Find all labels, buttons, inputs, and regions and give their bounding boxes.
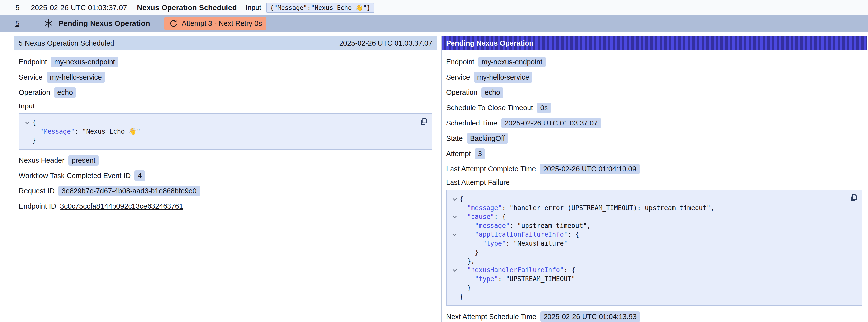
code-line: } bbox=[450, 283, 857, 292]
pending-panel-title: Pending Nexus Operation bbox=[446, 39, 534, 47]
code-line: { bbox=[23, 118, 427, 127]
scheduled-fields-top: Endpoint my-nexus-endpoint Service my-he… bbox=[19, 56, 432, 98]
code-line: "cause": { bbox=[450, 212, 857, 221]
next-attempt-field-row: Next Attempt Schedule Time 2025-02-26 UT… bbox=[446, 311, 862, 322]
code-text: "Message": "Nexus Echo 👋" bbox=[32, 128, 141, 135]
pending-asterisk-icon bbox=[44, 19, 53, 28]
field-value: my-hello-service bbox=[474, 72, 532, 83]
field-value: 2025-02-26 UTC 01:04:10.09 bbox=[540, 164, 639, 174]
field-label: State bbox=[446, 134, 463, 142]
field-value: 2025-02-26 UTC 01:04:13.93 bbox=[540, 312, 640, 322]
event-row-pending[interactable]: 5 Pending Nexus Operation Attempt 3 · Ne… bbox=[0, 15, 868, 32]
input-section-label: Input bbox=[19, 102, 432, 110]
code-line: "message": "upstream timeout", bbox=[450, 221, 857, 230]
retry-badge-text: Attempt 3 · Next Retry 0s bbox=[182, 20, 262, 28]
field-label: Scheduled Time bbox=[446, 119, 497, 127]
code-text: }, bbox=[459, 257, 475, 265]
code-line: "Message": "Nexus Echo 👋" bbox=[23, 127, 427, 136]
field-value[interactable]: 3c0c75ccfa8144b092c13ce632463761 bbox=[60, 202, 183, 210]
field-row: Attempt 3 bbox=[446, 148, 862, 159]
event-title: Nexus Operation Scheduled bbox=[137, 3, 237, 12]
field-label: Operation bbox=[446, 89, 477, 97]
field-value: 3e829b7e-7d67-4b08-aad3-b1e868bfe9e0 bbox=[59, 186, 200, 196]
collapse-chevron-icon[interactable] bbox=[23, 121, 32, 124]
detail-panels: 5 Nexus Operation Scheduled 2025-02-26 U… bbox=[14, 36, 867, 322]
field-row: Workflow Task Completed Event ID 4 bbox=[19, 170, 432, 181]
pending-panel-header: Pending Nexus Operation bbox=[442, 36, 867, 50]
input-preview-chip[interactable]: {"Message":"Nexus Echo 👋"} bbox=[267, 3, 374, 13]
field-row: State BackingOff bbox=[446, 133, 862, 144]
field-row: Endpoint my-nexus-endpoint bbox=[446, 56, 862, 68]
retry-icon bbox=[169, 19, 178, 28]
collapse-chevron-icon[interactable] bbox=[450, 268, 459, 271]
field-label: Endpoint ID bbox=[19, 202, 56, 210]
collapse-chevron-icon[interactable] bbox=[450, 197, 459, 200]
code-text: "cause": { bbox=[459, 213, 506, 220]
event-id-link[interactable]: 5 bbox=[15, 3, 20, 12]
code-line: "type": "UPSTREAM_TIMEOUT" bbox=[450, 275, 857, 283]
scheduled-fields-bottom: Nexus Header present Workflow Task Compl… bbox=[19, 155, 432, 212]
field-value: my-hello-service bbox=[46, 72, 105, 83]
field-row: Operation echo bbox=[446, 87, 862, 98]
retry-status-badge: Attempt 3 · Next Retry 0s bbox=[164, 17, 267, 30]
field-label: Workflow Task Completed Event ID bbox=[19, 171, 130, 180]
field-label: Nexus Header bbox=[19, 156, 64, 164]
field-value: BackingOff bbox=[467, 133, 508, 144]
field-label: Attempt bbox=[446, 150, 471, 158]
code-text: "type": "UPSTREAM_TIMEOUT" bbox=[459, 275, 576, 283]
input-json-viewer: { "Message": "Nexus Echo 👋"} bbox=[19, 113, 432, 150]
field-label: Last Attempt Complete Time bbox=[446, 165, 536, 173]
code-text: } bbox=[459, 284, 471, 291]
field-label: Service bbox=[19, 73, 43, 82]
collapse-chevron-icon[interactable] bbox=[450, 215, 459, 218]
field-row: Service my-hello-service bbox=[19, 71, 432, 83]
field-value: echo bbox=[482, 87, 503, 98]
code-line: "message": "handler error (UPSTREAM_TIME… bbox=[450, 203, 857, 212]
scheduled-event-panel: 5 Nexus Operation Scheduled 2025-02-26 U… bbox=[14, 36, 437, 322]
field-row: Nexus Header present bbox=[19, 155, 432, 166]
field-label: Next Attempt Schedule Time bbox=[446, 313, 536, 321]
code-text: { bbox=[32, 119, 36, 126]
field-label: Schedule To Close Timeout bbox=[446, 104, 533, 112]
code-text: } bbox=[459, 293, 463, 300]
field-row: Operation echo bbox=[19, 87, 432, 98]
pending-id-link[interactable]: 5 bbox=[15, 19, 20, 28]
field-row: Service my-hello-service bbox=[446, 71, 862, 83]
scheduled-panel-title: 5 Nexus Operation Scheduled bbox=[19, 39, 114, 47]
failure-section-label: Last Attempt Failure bbox=[446, 179, 862, 187]
code-text: "nexusHandlerFailureInfo": { bbox=[459, 266, 576, 274]
code-line: } bbox=[450, 248, 857, 257]
field-row: Last Attempt Complete Time 2025-02-26 UT… bbox=[446, 163, 862, 174]
workflow-history-view: 5 2025-02-26 UTC 01:03:37.07 Nexus Opera… bbox=[0, 0, 868, 322]
copy-icon[interactable] bbox=[849, 193, 858, 202]
collapse-chevron-icon[interactable] bbox=[450, 233, 459, 236]
field-value: my-nexus-endpoint bbox=[51, 57, 118, 67]
pending-operation-panel: Pending Nexus Operation Endpoint my-nexu… bbox=[441, 36, 867, 322]
input-label: Input bbox=[246, 4, 261, 11]
failure-json-viewer: { "message": "handler error (UPSTREAM_TI… bbox=[446, 190, 862, 306]
code-text: "message": "upstream timeout", bbox=[459, 222, 591, 229]
field-value: 2025-02-26 UTC 01:03:37.07 bbox=[501, 118, 601, 128]
code-text: } bbox=[32, 137, 36, 144]
code-text: "type": "NexusFailure" bbox=[459, 240, 567, 247]
copy-icon[interactable] bbox=[419, 117, 428, 126]
field-row: Endpoint my-nexus-endpoint bbox=[19, 56, 432, 68]
pending-title: Pending Nexus Operation bbox=[59, 19, 150, 28]
field-value: 0s bbox=[537, 103, 551, 113]
field-label: Request ID bbox=[19, 187, 55, 195]
field-value: present bbox=[68, 155, 99, 166]
code-line: "applicationFailureInfo": { bbox=[450, 230, 857, 239]
code-text: { bbox=[459, 195, 463, 203]
code-text: "message": "handler error (UPSTREAM_TIME… bbox=[459, 204, 714, 212]
field-row: Request ID 3e829b7e-7d67-4b08-aad3-b1e86… bbox=[19, 185, 432, 196]
code-line: { bbox=[450, 195, 857, 203]
field-label: Endpoint bbox=[446, 58, 474, 66]
code-line: "type": "NexusFailure" bbox=[450, 239, 857, 248]
code-text: } bbox=[459, 249, 479, 256]
pending-fields: Endpoint my-nexus-endpoint Service my-he… bbox=[446, 56, 862, 174]
field-label: Endpoint bbox=[19, 58, 47, 66]
field-label: Operation bbox=[19, 89, 50, 97]
field-row: Scheduled Time 2025-02-26 UTC 01:03:37.0… bbox=[446, 117, 862, 129]
event-row-scheduled[interactable]: 5 2025-02-26 UTC 01:03:37.07 Nexus Opera… bbox=[0, 0, 868, 15]
field-value: my-nexus-endpoint bbox=[478, 57, 546, 67]
